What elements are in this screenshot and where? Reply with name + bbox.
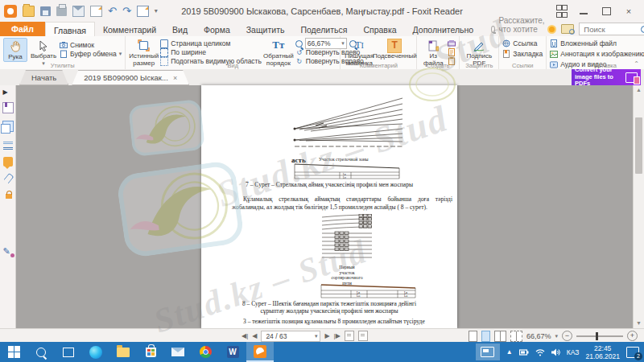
wifi-icon[interactable] <box>535 348 545 356</box>
battery-icon[interactable] <box>519 348 529 356</box>
action-center-icon[interactable]: 2 <box>626 347 639 358</box>
figure7-left-fragment: асть <box>291 156 306 164</box>
redo-icon[interactable]: ↷ <box>122 6 131 16</box>
blank-document-icon[interactable] <box>448 48 456 56</box>
zoom-caret-icon[interactable]: ▾ <box>555 333 558 339</box>
security-panel-icon[interactable] <box>6 194 12 199</box>
restore-button[interactable] <box>601 6 612 16</box>
zoom-slider[interactable] <box>576 335 623 337</box>
keyboard-layout[interactable]: КАЗ <box>567 348 580 356</box>
search-icon[interactable] <box>641 26 644 33</box>
speaker-icon[interactable] <box>551 348 560 356</box>
taskbar-search-button[interactable] <box>27 342 55 362</box>
page-number-input[interactable] <box>264 331 308 341</box>
search-input[interactable] <box>582 24 638 35</box>
facing-view-icon[interactable] <box>494 331 506 342</box>
close-button[interactable]: × <box>623 6 634 16</box>
edge-icon <box>89 346 102 359</box>
open-file-icon[interactable] <box>23 6 35 17</box>
continuous-view-icon[interactable] <box>481 331 490 342</box>
mail-button[interactable] <box>164 342 192 362</box>
paragraph-1: Құламалық стрелкалық аймақтың стандартта… <box>232 195 452 211</box>
attachments-panel-icon[interactable] <box>3 173 14 184</box>
save-icon[interactable] <box>40 6 51 16</box>
edge-button[interactable] <box>82 342 109 362</box>
first-page-icon[interactable]: ◀| <box>242 332 248 339</box>
clipboard-caret-icon: ▾ <box>119 51 122 57</box>
attach-file-button[interactable]: Вложенный файл <box>550 39 644 47</box>
figure7-profile-diagram: асть Участок стрелочной зоны Lв Lн <box>290 153 404 182</box>
tab-current-document[interactable]: 2019 5В090900 Ыскак... × <box>72 70 189 85</box>
clock[interactable]: 22:4521.06.2021 <box>585 344 620 360</box>
tab-view[interactable]: Вид <box>164 22 196 36</box>
expand-panel-icon[interactable]: ▶ <box>3 88 13 95</box>
from-scanner-icon[interactable] <box>448 39 456 47</box>
store-button[interactable] <box>137 342 164 362</box>
share-icon[interactable] <box>137 6 149 17</box>
layers-panel-icon[interactable] <box>3 142 13 150</box>
new-document-icon[interactable] <box>90 6 102 17</box>
search-in-files-icon[interactable] <box>561 24 574 34</box>
customize-qat-caret-icon[interactable]: ▾ <box>155 7 158 14</box>
tab-protect[interactable]: Защитить <box>238 22 293 36</box>
chrome-button[interactable] <box>192 342 219 362</box>
signatures-panel-icon[interactable]: ✎ <box>3 247 13 257</box>
foxit-taskbar-button[interactable] <box>246 342 274 362</box>
ribbon-tab-bar: Файл Главная Комментарий Вид Форма Защит… <box>0 22 644 37</box>
hand-tool-button[interactable]: Рука <box>3 38 27 62</box>
undo-icon[interactable]: ↶ <box>108 6 117 16</box>
task-view-button[interactable] <box>55 342 82 362</box>
group-label-view: Вид <box>126 62 340 69</box>
tab-file[interactable]: Файл <box>0 22 45 36</box>
tab-start-page[interactable]: Начать <box>19 70 68 85</box>
convert-to-pdf-banner[interactable]: Convert yourimage files to PDFs <box>572 69 641 85</box>
zoom-in-button[interactable]: + <box>627 331 638 341</box>
comments-panel-icon[interactable] <box>3 157 13 167</box>
bookmark-button[interactable]: Закладка <box>502 50 543 58</box>
zoom-out-button[interactable]: − <box>562 331 572 341</box>
email-icon[interactable] <box>72 6 85 17</box>
bookmarks-panel-icon[interactable] <box>2 102 14 113</box>
previous-page-icon[interactable]: ◀ <box>252 332 257 339</box>
link-button[interactable]: Ссылка <box>502 39 543 47</box>
foxit-assistant-icon[interactable] <box>547 25 556 34</box>
next-page-icon[interactable]: ▶ <box>324 332 329 339</box>
tab-help[interactable]: Справка <box>355 22 404 36</box>
collapse-ribbon-icon[interactable]: ⌃ <box>634 60 639 68</box>
scroll-up-icon[interactable]: ▲ <box>634 85 644 95</box>
facing-continuous-view-icon[interactable] <box>510 331 522 342</box>
news-widget-button[interactable] <box>476 343 500 360</box>
tell-me-box[interactable]: Расскажите, что хотите сдел <box>481 22 547 36</box>
word-button[interactable]: W <box>219 342 246 362</box>
image-annotation-button[interactable]: Аннотация к изображению <box>550 50 644 58</box>
tab-home[interactable]: Главная <box>45 22 95 36</box>
minimize-button[interactable] <box>578 6 589 16</box>
single-page-view-icon[interactable] <box>469 331 477 342</box>
close-tab-icon[interactable]: × <box>173 74 177 82</box>
zoom-slider-thumb[interactable] <box>596 332 598 340</box>
previous-view-icon[interactable] <box>345 331 354 341</box>
scroll-down-icon[interactable]: ▼ <box>634 319 644 328</box>
clipboard-button[interactable]: Буфер обмена ▾ <box>60 50 122 58</box>
snapshot-button[interactable]: Снимок <box>60 41 122 49</box>
tab-comment[interactable]: Комментарий <box>95 22 164 36</box>
last-page-icon[interactable]: |▶ <box>334 332 341 339</box>
zoom-out-icon[interactable] <box>295 40 303 47</box>
ui-layout-icon[interactable] <box>555 6 567 16</box>
file-explorer-button[interactable] <box>109 342 137 362</box>
tab-extra[interactable]: Дополнительно <box>405 22 482 36</box>
fit-width-button[interactable]: По ширине <box>160 48 262 56</box>
foxit-logo-icon[interactable] <box>4 5 17 18</box>
hidden-icons-arrow[interactable]: ▲ <box>506 348 513 356</box>
start-button[interactable] <box>0 342 27 362</box>
print-icon[interactable] <box>56 6 67 16</box>
tab-share[interactable]: Поделиться <box>292 22 355 36</box>
foxit-reader-window: ↶ ↷ ▾ 2019 5В090900 Ыскакова, Сарсенбаев… <box>0 0 644 362</box>
pages-panel-icon[interactable] <box>2 121 14 132</box>
scrollbar-thumb[interactable] <box>635 117 642 174</box>
tab-form[interactable]: Форма <box>196 22 238 36</box>
vertical-scrollbar[interactable]: ▲ ▼ <box>633 85 644 328</box>
highlight-button[interactable]: T Подсвеченный <box>376 38 413 60</box>
next-view-icon[interactable] <box>358 331 368 341</box>
fit-page-button[interactable]: Страница целиком <box>160 39 262 47</box>
